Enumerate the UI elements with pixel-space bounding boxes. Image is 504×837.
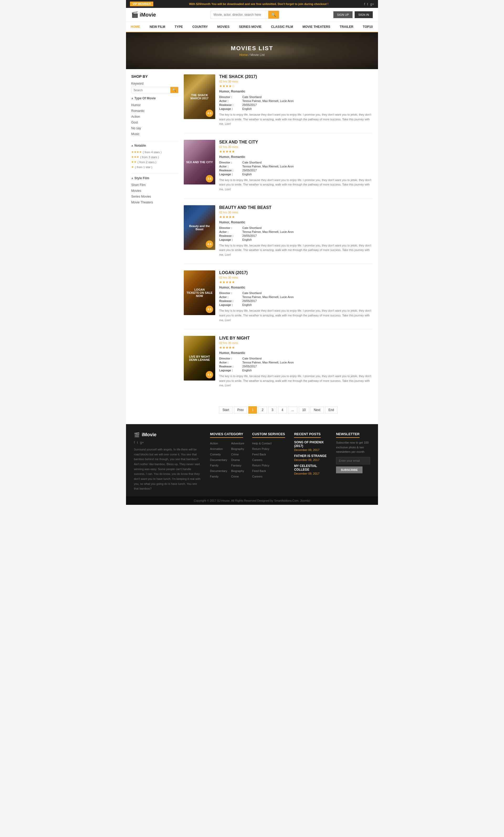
pagination: Start Prev 1 2 3 4 ... 10 Next End — [184, 401, 373, 419]
movie-poster-beauty[interactable]: Beauty and the Beast 4.5 — [184, 205, 215, 250]
footer-cat-adventure[interactable]: Adventure — [231, 442, 244, 445]
footer-careers2[interactable]: Careers — [252, 475, 262, 478]
footer-cat-crime[interactable]: Crime — [231, 453, 239, 456]
googleplus-icon[interactable]: g+ — [370, 2, 374, 6]
footer-brand-col: 🎬 iMovie f t g+ Surround yourself with a… — [134, 432, 202, 491]
filter-no-say[interactable]: No say — [131, 125, 179, 131]
newsletter-email-input[interactable] — [336, 457, 370, 464]
filter-series-movies[interactable]: Series Movies — [131, 194, 179, 199]
footer-facebook-icon[interactable]: f — [134, 441, 135, 444]
footer-cat-documentary2[interactable]: Documentary — [210, 469, 227, 473]
copyright-text: Copyright © 2017 SJ House. All Rights Re… — [194, 499, 310, 502]
nav-movies[interactable]: MOVIES — [212, 22, 235, 32]
footer-cat-biography2[interactable]: Biography — [231, 469, 244, 473]
pagination-start[interactable]: Start — [219, 406, 232, 414]
footer-categories-col2: Adventure Biography Crime Drama Fantasy … — [231, 441, 244, 479]
notable-section-title[interactable]: Notable — [131, 144, 179, 147]
nav-home[interactable]: HOME — [126, 22, 145, 32]
footer-cat-family[interactable]: Family — [210, 464, 219, 467]
sidebar-search-button[interactable]: 🔍 — [170, 87, 178, 93]
filter-movies[interactable]: Movies — [131, 188, 179, 194]
pagination-page-1[interactable]: 1 — [248, 406, 257, 414]
facebook-icon[interactable]: f — [364, 2, 365, 6]
nav-trailer[interactable]: TRAILER — [335, 22, 358, 32]
search-button[interactable]: 🔍 — [268, 11, 279, 19]
footer-cat-fantasy[interactable]: Fantasy — [231, 464, 241, 467]
footer-cat-crime2[interactable]: Crime — [231, 475, 239, 478]
recent-post-title-3[interactable]: MY CELESTIAL COLLEGE — [294, 464, 328, 471]
footer-cat-action[interactable]: Action — [210, 442, 218, 445]
filter-movie-theaters[interactable]: Movie Theaters — [131, 199, 179, 205]
footer-cat-comedy[interactable]: Comedy — [210, 453, 221, 456]
footer-googleplus-icon[interactable]: g+ — [140, 441, 144, 444]
movie-title-logan[interactable]: LOGAN (2017) — [219, 270, 373, 275]
movie-poster-shack[interactable]: THE SHACKMARCH 2017 4.5 — [184, 74, 215, 119]
movie-title-satc[interactable]: SEX AND THE CITY — [219, 140, 373, 144]
movie-poster-live[interactable]: LIVE BY NIGHTDENN LEHANE 4.5 — [184, 336, 215, 380]
footer-social: f t g+ — [134, 441, 202, 444]
footer-twitter-icon[interactable]: t — [137, 441, 138, 444]
footer-cat-biography[interactable]: Biography — [231, 447, 244, 450]
footer-cat-animation[interactable]: Animation — [210, 447, 223, 450]
footer-help-contact[interactable]: Help & Contact — [252, 442, 272, 445]
footer-careers[interactable]: Careers — [252, 458, 262, 461]
nav-movie-theaters[interactable]: MOVIE THEATERS — [298, 22, 335, 32]
movie-title-shack[interactable]: THE SHACK (2017) — [219, 74, 373, 79]
star-filter-1[interactable]: ★ ( from 1 star ) — [131, 164, 179, 170]
filter-romantic[interactable]: Romantic — [131, 108, 179, 114]
nav-classic-film[interactable]: CLASSIC FILM — [266, 22, 298, 32]
breadcrumb-home[interactable]: Home — [239, 53, 248, 57]
nav-type[interactable]: TYPE — [170, 22, 187, 32]
footer-cat-documentary[interactable]: Documentary — [210, 458, 227, 461]
pagination-page-4[interactable]: 4 — [278, 406, 287, 414]
newsletter-subscribe-button[interactable]: SUBSCRIBE — [336, 466, 362, 473]
star-filter-2[interactable]: ★★ ( from 2 stars ) — [131, 160, 179, 164]
pagination-next[interactable]: Next — [311, 406, 324, 414]
star-filter-4[interactable]: ★★★★ ( from 4 stars ) — [131, 149, 179, 155]
nav-country[interactable]: COUNTRY — [188, 22, 212, 32]
footer-cat-family2[interactable]: Family — [210, 475, 219, 478]
filter-gost[interactable]: Gost — [131, 120, 179, 125]
filter-action[interactable]: Action — [131, 114, 179, 120]
nav-top10[interactable]: TOP10 — [358, 22, 377, 32]
recent-post-title-1[interactable]: SONG OF PHOENIX (2017) — [294, 441, 328, 448]
footer-feedback[interactable]: Feed Back — [252, 453, 266, 456]
movie-desc-shack: The key is to enjoy life, because they d… — [219, 112, 373, 126]
nav-new-film[interactable]: NEW FILM — [145, 22, 170, 32]
filter-humor[interactable]: Humor — [131, 102, 179, 108]
footer-return-policy[interactable]: Return Policy — [252, 447, 269, 450]
movie-list: THE SHACKMARCH 2017 4.5 THE SHACK (2017)… — [184, 74, 373, 419]
type-filter-list: Humor Romantic Action Gost No say Music — [131, 102, 179, 137]
recent-post-title-2[interactable]: FATHER IS STRANGE — [294, 454, 328, 458]
pagination-page-10[interactable]: 10 — [299, 406, 309, 414]
footer-return-policy2[interactable]: Return Policy — [252, 464, 269, 467]
pagination-page-2[interactable]: 2 — [258, 406, 267, 414]
movie-stars-satc: ★★★★★ — [219, 149, 373, 154]
movie-desc-live: The key is to enjoy life, because they d… — [219, 374, 373, 388]
footer-cat-drama[interactable]: Drama — [231, 458, 240, 461]
filter-music[interactable]: Music — [131, 131, 179, 137]
pagination-end[interactable]: End — [325, 406, 337, 414]
type-section-title[interactable]: Type Of Movie — [131, 96, 179, 100]
pagination-prev[interactable]: Prev — [234, 406, 247, 414]
language-satc: English — [242, 173, 373, 176]
search-input[interactable] — [210, 11, 268, 18]
star-filter-3[interactable]: ★★★ ( from 3 stars ) — [131, 155, 179, 160]
filter-short-film[interactable]: Short Film — [131, 182, 179, 188]
twitter-icon[interactable]: t — [367, 2, 368, 6]
movie-poster-satc[interactable]: SEX AND THE CITY 3.5 — [184, 140, 215, 184]
style-section-title[interactable]: Style Film — [131, 176, 179, 180]
logo[interactable]: 🎬 iMovie — [131, 11, 156, 18]
movie-title-beauty[interactable]: BEAUTY AND THE BEAST — [219, 205, 373, 210]
pagination-page-3[interactable]: 3 — [268, 406, 277, 414]
sidebar-search-input[interactable] — [131, 87, 170, 93]
nav-series-movie[interactable]: SERIES MOVIE — [234, 22, 266, 32]
movie-meta-shack: Director : Cate Shortland Actor : Teresa… — [219, 95, 373, 110]
movie-poster-logan[interactable]: LOGANTICKETS ON SALE NOW 4.5 — [184, 270, 215, 315]
actor-label: Actor : — [219, 99, 240, 103]
signup-button[interactable]: SIGN UP — [333, 11, 353, 18]
signin-button[interactable]: SIGN IN — [355, 11, 373, 18]
footer-feedback2[interactable]: Feed Back — [252, 469, 266, 473]
movie-title-live[interactable]: LIVE BY NIGHT — [219, 336, 373, 341]
vip-badge[interactable]: VIP MEMBER — [130, 2, 153, 6]
